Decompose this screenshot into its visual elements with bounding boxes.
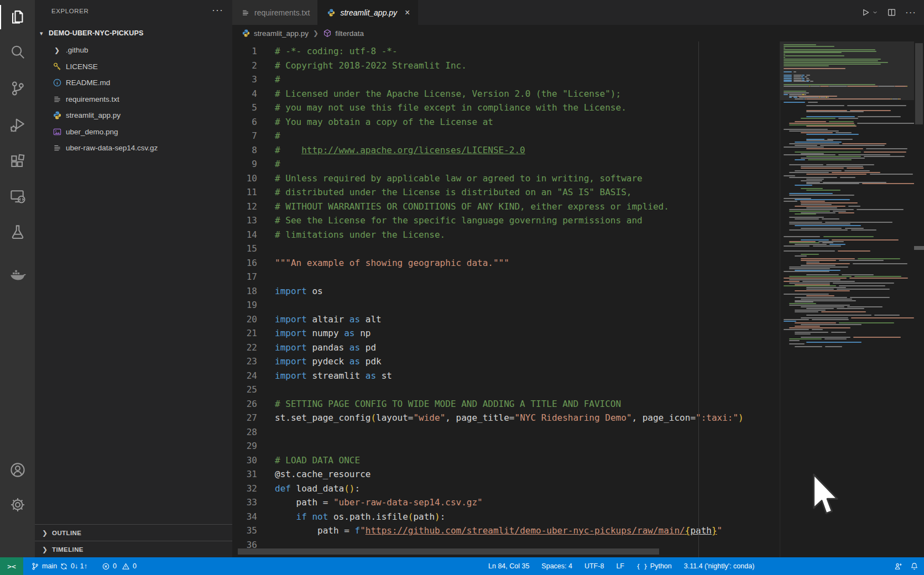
code-text: # you may not use this file except in co… xyxy=(275,101,627,115)
code-text: import numpy as np xyxy=(275,326,370,341)
activity-bar-item-search[interactable] xyxy=(0,38,35,66)
file-tree-item[interactable]: ❯ .github xyxy=(35,42,232,59)
close-icon[interactable]: × xyxy=(405,8,410,17)
code-text: # limitations under the License. xyxy=(275,228,445,242)
activity-bar-item-settings[interactable] xyxy=(0,490,35,519)
column-ruler xyxy=(698,41,699,557)
breadcrumb-file[interactable]: streamlit_app.py xyxy=(254,29,309,38)
text-file-icon xyxy=(53,95,62,104)
eol-status[interactable]: LF xyxy=(616,562,624,570)
remote-icon xyxy=(9,188,26,205)
activity-bar-item-extensions[interactable] xyxy=(0,147,35,176)
editor-tab[interactable]: streamlit_app.py× xyxy=(318,0,418,25)
editor-tab[interactable]: requirements.txt xyxy=(232,0,318,25)
activity-bar-item-run-debug[interactable] xyxy=(0,111,35,139)
sidebar-more-actions-icon[interactable]: ··· xyxy=(212,4,223,16)
code-text: # Copyright 2018-2022 Streamlit Inc. xyxy=(275,59,467,73)
code-text: # WITHOUT WARRANTIES OR CONDITIONS OF AN… xyxy=(275,200,669,214)
extensions-icon xyxy=(9,153,26,170)
vertical-scrollbar[interactable] xyxy=(914,41,924,557)
chevron-down-icon xyxy=(872,9,878,15)
key-file-icon xyxy=(53,62,62,71)
chevron-right-icon: ❯ xyxy=(54,46,60,54)
line-number: 26 xyxy=(232,397,257,411)
sidebar-header: EXPLORER ··· xyxy=(35,0,232,22)
code-text: # See the License for the specific langu… xyxy=(275,213,643,228)
breadcrumb-symbol[interactable]: filterdata xyxy=(335,29,364,38)
activity-bar-item-testing[interactable] xyxy=(0,218,35,247)
sidebar-section-outline[interactable]: ❯ OUTLINE xyxy=(35,524,232,541)
project-root-row[interactable]: ▾ DEMO-UBER-NYC-PICKUPS xyxy=(35,27,232,40)
chevron-right-icon: ❯ xyxy=(42,529,48,537)
file-name: uber-raw-data-sep14.csv.gz xyxy=(66,144,158,152)
sidebar-title: EXPLORER xyxy=(51,8,88,14)
file-tree-item[interactable]: requirements.txt xyxy=(35,91,232,108)
code-editor[interactable]: 1# -*- coding: utf-8 -*-2# Copyright 201… xyxy=(232,41,924,557)
text-file-icon xyxy=(241,8,250,17)
file-tree-item[interactable]: README.md xyxy=(35,75,232,91)
language-mode-status[interactable]: { } Python xyxy=(636,562,672,570)
horizontal-scrollbar-thumb[interactable] xyxy=(238,548,659,555)
code-text: # LOAD DATA ONCE xyxy=(275,453,360,468)
code-text: # xyxy=(275,72,280,87)
line-number: 7 xyxy=(232,129,257,143)
code-text: # xyxy=(275,157,280,171)
line-number: 35 xyxy=(232,524,257,538)
braces-icon: { } xyxy=(636,563,648,570)
python-file-icon xyxy=(242,29,250,38)
notifications-button[interactable] xyxy=(910,562,918,571)
line-number: 18 xyxy=(232,284,257,299)
breadcrumb: streamlit_app.py ❯ filterdata xyxy=(232,25,924,41)
file-name: .github xyxy=(66,46,88,54)
vertical-scrollbar-thumb[interactable] xyxy=(915,43,923,124)
line-number: 28 xyxy=(232,425,257,440)
more-actions-button[interactable]: ··· xyxy=(905,7,916,18)
activity-bar-item-accounts[interactable] xyxy=(0,456,35,484)
run-button[interactable] xyxy=(861,8,878,17)
line-number: 4 xyxy=(232,87,257,101)
minimap-slider[interactable] xyxy=(780,41,914,100)
status-right-icons xyxy=(894,562,918,571)
status-left: main 0↓ 1↑ 0 0 xyxy=(31,562,137,571)
line-number: 20 xyxy=(232,312,257,327)
line-number: 31 xyxy=(232,467,257,482)
project-name: DEMO-UBER-NYC-PICKUPS xyxy=(49,29,144,37)
activity-bar-item-source-control[interactable] xyxy=(0,74,35,103)
sidebar-section-timeline[interactable]: ❯ TIMELINE xyxy=(35,541,232,557)
encoding-status[interactable]: UTF-8 xyxy=(584,562,604,570)
line-number: 11 xyxy=(232,185,257,200)
docker-icon xyxy=(9,266,26,283)
file-tree-item[interactable]: LICENSE xyxy=(35,59,232,75)
file-tree-item[interactable]: uber_demo.png xyxy=(35,124,232,140)
tab-bar: requirements.txt streamlit_app.py× xyxy=(232,0,924,25)
python-file-icon xyxy=(327,8,336,17)
minimap[interactable] xyxy=(780,41,914,557)
python-interpreter-status[interactable]: 3.11.4 ('nightly': conda) xyxy=(684,562,755,570)
file-tree-item[interactable]: uber-raw-data-sep14.csv.gz xyxy=(35,140,232,156)
file-tree-item[interactable]: streamlit_app.py xyxy=(35,107,232,124)
files-icon xyxy=(9,9,26,25)
problems-status[interactable]: 0 0 xyxy=(102,562,137,571)
status-bar: >< main 0↓ 1↑ 0 0 Ln 84, Col 35 Spaces: … xyxy=(0,557,924,575)
activity-bar-item-docker[interactable] xyxy=(0,260,35,289)
python-file-icon xyxy=(53,111,62,120)
line-number: 17 xyxy=(232,270,257,284)
section-label: OUTLINE xyxy=(52,530,81,536)
bell-icon xyxy=(910,562,918,571)
remote-indicator[interactable]: >< xyxy=(0,557,23,575)
chevron-right-icon: ❯ xyxy=(313,29,319,37)
activity-bar-item-remote-explorer[interactable] xyxy=(0,182,35,211)
code-text: # xyxy=(275,129,280,143)
activity-bar-item-explorer[interactable] xyxy=(0,3,35,32)
error-count: 0 xyxy=(113,562,117,570)
git-branch-status[interactable]: main 0↓ 1↑ xyxy=(31,562,87,571)
indentation-status[interactable]: Spaces: 4 xyxy=(541,562,572,570)
cursor-position-status[interactable]: Ln 84, Col 35 xyxy=(488,562,529,570)
file-tree: ❯ .github LICENSE README.md requirements… xyxy=(35,42,232,156)
split-editor-button[interactable] xyxy=(887,8,896,17)
feedback-button[interactable] xyxy=(894,562,902,571)
line-number: 32 xyxy=(232,482,257,496)
remote-icon: >< xyxy=(7,562,16,571)
line-number: 15 xyxy=(232,242,257,256)
feedback-person-icon xyxy=(894,562,902,571)
